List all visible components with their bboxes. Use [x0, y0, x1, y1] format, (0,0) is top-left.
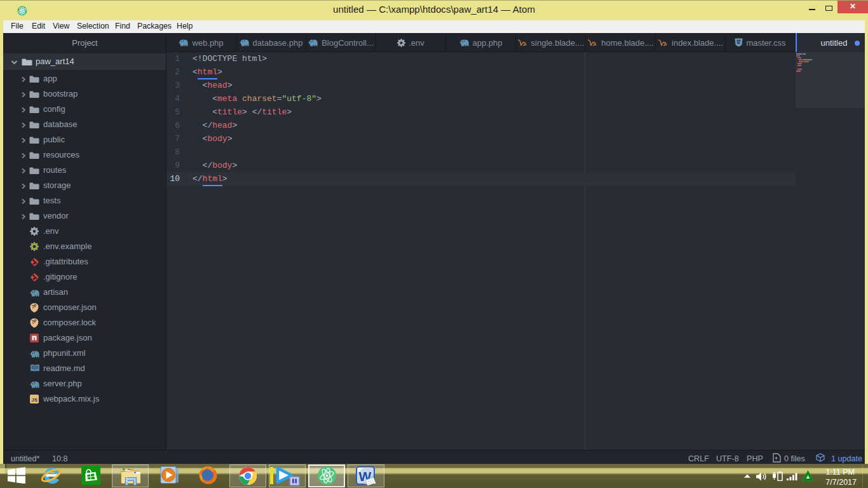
svg-text:JS: JS	[31, 397, 37, 403]
